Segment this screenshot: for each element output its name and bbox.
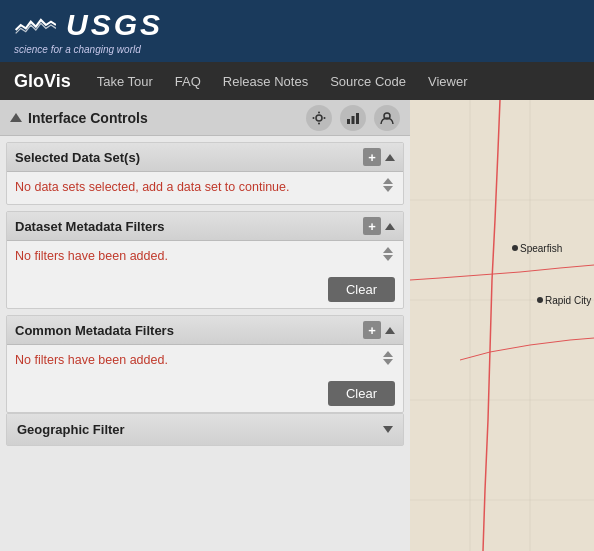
collapse-dataset-icon — [385, 154, 395, 161]
dataset-meta-clear-row: Clear — [7, 273, 403, 308]
common-meta-header-right: + — [363, 321, 395, 339]
svg-point-5 — [324, 117, 326, 119]
svg-point-17 — [512, 245, 518, 251]
common-metadata-section: Common Metadata Filters + No filters hav… — [6, 315, 404, 413]
dataset-meta-header-right: + — [363, 217, 395, 235]
nav-release-notes[interactable]: Release Notes — [223, 74, 308, 89]
nav-source-code[interactable]: Source Code — [330, 74, 406, 89]
selected-datasets-body: No data sets selected, add a data set to… — [7, 172, 403, 204]
usgs-header: USGS science for a changing world — [0, 0, 594, 62]
nav-bar: GloVis Take Tour FAQ Release Notes Sourc… — [0, 62, 594, 100]
nav-faq[interactable]: FAQ — [175, 74, 201, 89]
dataset-metadata-header[interactable]: Dataset Metadata Filters + — [7, 212, 403, 241]
collapse-icon — [10, 113, 22, 122]
svg-point-1 — [316, 115, 322, 121]
interface-controls-label: Interface Controls — [28, 110, 148, 126]
add-common-filter-button[interactable]: + — [363, 321, 381, 339]
geographic-filter-section: Geographic Filter — [6, 413, 404, 446]
map-svg: Spearfish Rapid City — [410, 100, 594, 551]
geographic-filter-header[interactable]: Geographic Filter — [7, 414, 403, 445]
collapse-common-meta-icon — [385, 327, 395, 334]
nav-viewer[interactable]: Viewer — [428, 74, 468, 89]
svg-point-2 — [318, 111, 320, 113]
dataset-metadata-section: Dataset Metadata Filters + No filters ha… — [6, 211, 404, 309]
selected-datasets-header[interactable]: Selected Data Set(s) + — [7, 143, 403, 172]
svg-rect-6 — [347, 119, 350, 124]
no-datasets-message: No data sets selected, add a data set to… — [15, 178, 377, 196]
map-area[interactable]: Spearfish Rapid City — [410, 100, 594, 551]
svg-rect-10 — [410, 100, 594, 551]
usgs-logo: USGS science for a changing world — [14, 8, 163, 55]
scroll-down-arrow[interactable] — [383, 186, 393, 192]
dataset-meta-scrollbar — [381, 247, 395, 265]
common-meta-scroll-down[interactable] — [383, 359, 393, 365]
svg-rect-8 — [356, 113, 359, 124]
common-meta-title-left: Common Metadata Filters — [15, 323, 174, 338]
nav-take-tour[interactable]: Take Tour — [97, 74, 153, 89]
no-dataset-filters-message: No filters have been added. — [15, 247, 377, 265]
common-meta-clear-row: Clear — [7, 377, 403, 412]
nav-brand: GloVis — [14, 71, 71, 92]
dataset-metadata-title: Dataset Metadata Filters — [15, 219, 165, 234]
selected-datasets-title: Selected Data Set(s) — [15, 150, 140, 165]
common-meta-scrollbar — [381, 351, 395, 369]
scroll-bar — [381, 178, 395, 196]
expand-geo-filter-icon — [383, 426, 393, 433]
svg-point-3 — [318, 122, 320, 124]
geographic-filter-title: Geographic Filter — [17, 422, 125, 437]
user-icon[interactable] — [374, 105, 400, 131]
common-meta-scroll-up[interactable] — [383, 351, 393, 357]
interface-icons — [306, 105, 400, 131]
section-title-left: Selected Data Set(s) — [15, 150, 140, 165]
collapse-dataset-meta-icon — [385, 223, 395, 230]
dataset-meta-scroll-down[interactable] — [383, 255, 393, 261]
usgs-text: USGS — [66, 8, 163, 42]
scroll-up-arrow[interactable] — [383, 178, 393, 184]
svg-text:Spearfish: Spearfish — [520, 243, 562, 254]
dataset-meta-scroll-up[interactable] — [383, 247, 393, 253]
usgs-logo-icon: USGS — [14, 8, 163, 42]
no-common-filters-message: No filters have been added. — [15, 351, 377, 369]
common-metadata-body: No filters have been added. — [7, 345, 403, 377]
dataset-meta-clear-button[interactable]: Clear — [328, 277, 395, 302]
section-header-right: + — [363, 148, 395, 166]
interface-controls-title: Interface Controls — [10, 110, 148, 126]
usgs-tagline: science for a changing world — [14, 44, 141, 55]
svg-rect-7 — [352, 116, 355, 124]
usgs-wave-icon — [14, 13, 56, 37]
svg-point-4 — [313, 117, 315, 119]
selected-datasets-section: Selected Data Set(s) + No data sets sele… — [6, 142, 404, 205]
common-metadata-header[interactable]: Common Metadata Filters + — [7, 316, 403, 345]
chart-icon[interactable] — [340, 105, 366, 131]
add-dataset-button[interactable]: + — [363, 148, 381, 166]
add-dataset-filter-button[interactable]: + — [363, 217, 381, 235]
dataset-meta-title-left: Dataset Metadata Filters — [15, 219, 165, 234]
common-meta-clear-button[interactable]: Clear — [328, 381, 395, 406]
svg-point-19 — [537, 297, 543, 303]
interface-controls-header[interactable]: Interface Controls — [0, 100, 410, 136]
svg-text:Rapid City: Rapid City — [545, 295, 591, 306]
settings-icon[interactable] — [306, 105, 332, 131]
common-metadata-title: Common Metadata Filters — [15, 323, 174, 338]
main-area: Interface Controls — [0, 100, 594, 551]
left-panel: Interface Controls — [0, 100, 410, 551]
dataset-metadata-body: No filters have been added. — [7, 241, 403, 273]
